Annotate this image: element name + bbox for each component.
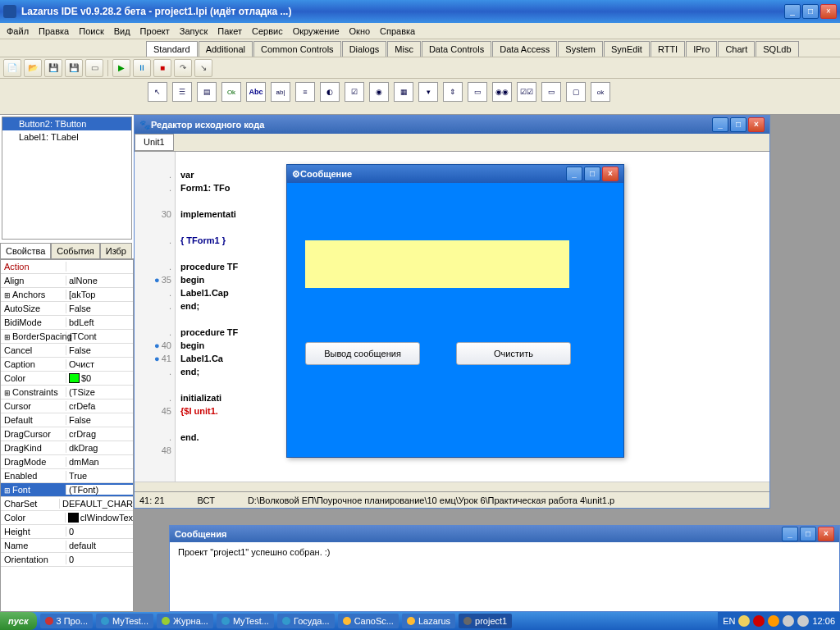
menu-service[interactable]: Сервис <box>247 25 288 38</box>
run-button[interactable]: ▶ <box>112 59 130 77</box>
tab-favorites[interactable]: Избр <box>100 243 132 258</box>
lang-indicator[interactable]: EN <box>723 616 735 626</box>
tray-icon[interactable] <box>797 615 809 627</box>
property-row[interactable]: AutoSizeFalse <box>1 302 133 316</box>
property-row[interactable]: Orientation0 <box>1 553 133 567</box>
tab-system[interactable]: System <box>558 41 603 57</box>
tab-misc[interactable]: Misc <box>387 41 421 57</box>
task-4[interactable]: MyTest... <box>217 614 274 628</box>
menu-view[interactable]: Вид <box>109 25 135 38</box>
property-row[interactable]: BidiModebdLeft <box>1 316 133 330</box>
property-row[interactable]: Anchors[akTop <box>1 288 133 302</box>
property-row[interactable]: CancelFalse <box>1 344 133 358</box>
code-gutter[interactable]: ..30..35...4041..45.48 <box>135 152 176 482</box>
menu-project[interactable]: Проект <box>135 25 175 38</box>
property-row[interactable]: DragCursorcrDrag <box>1 427 133 441</box>
code-tab-unit1[interactable]: Unit1 <box>135 134 174 151</box>
actionlist-icon[interactable]: ok <box>591 82 610 102</box>
task-1[interactable]: 3 Про... <box>40 614 93 628</box>
task-2[interactable]: MyTest... <box>96 614 153 628</box>
panel-icon[interactable]: ▭ <box>541 82 561 102</box>
tab-datacontrols[interactable]: Data Controls <box>422 41 491 57</box>
button-icon[interactable]: Ok <box>221 82 241 102</box>
menu-env[interactable]: Окружение <box>288 25 345 38</box>
saveall-button[interactable]: 💾 <box>65 59 83 77</box>
frame-icon[interactable]: ▢ <box>566 82 586 102</box>
checkgroup-icon[interactable]: ☑☑ <box>517 82 536 102</box>
messages-body[interactable]: Проект "project1" успешно собран. :) <box>170 542 839 611</box>
scrollbar-icon[interactable]: ⇕ <box>443 82 463 102</box>
property-row[interactable]: EnabledTrue <box>1 469 133 483</box>
menu-window[interactable]: Окно <box>345 25 376 38</box>
task-7[interactable]: Lazarus <box>402 614 455 628</box>
stop-button[interactable]: ■ <box>153 59 171 77</box>
start-button[interactable]: пуск <box>0 612 37 630</box>
property-row[interactable]: DefaultFalse <box>1 413 133 427</box>
new-button[interactable]: 📄 <box>3 59 21 77</box>
code-close-button[interactable]: × <box>748 117 765 132</box>
pointer-icon[interactable]: ↖ <box>148 82 167 102</box>
checkbox-icon[interactable]: ☑ <box>345 82 364 102</box>
tree-item[interactable]: Button2: TButton <box>2 117 131 130</box>
tab-sqldb[interactable]: SQLdb <box>756 41 798 57</box>
tray-icon[interactable] <box>768 615 779 627</box>
msg-min-button[interactable]: _ <box>782 527 798 541</box>
form-close-button[interactable]: × <box>602 167 619 181</box>
task-6[interactable]: CanoSc... <box>338 614 399 628</box>
menu-edit[interactable]: Правка <box>34 25 74 38</box>
form-min-button[interactable]: _ <box>566 167 582 181</box>
menu-help[interactable]: Справка <box>375 25 420 38</box>
maximize-button[interactable]: □ <box>802 4 819 19</box>
hscrollbar[interactable] <box>135 482 769 491</box>
listbox-icon[interactable]: ▦ <box>394 82 413 102</box>
property-row[interactable]: DragKinddkDrag <box>1 441 133 455</box>
tab-properties[interactable]: Свойства <box>0 243 51 258</box>
property-row[interactable]: Action <box>1 260 133 274</box>
tab-chart[interactable]: Chart <box>718 41 755 57</box>
newform-button[interactable]: ▭ <box>85 59 103 77</box>
menu-file[interactable]: Файл <box>2 25 34 38</box>
radiogroup-icon[interactable]: ◉◉ <box>492 82 512 102</box>
property-row[interactable]: Font(TFont) <box>1 483 133 497</box>
radio-icon[interactable]: ◉ <box>369 82 389 102</box>
label-icon[interactable]: Abc <box>246 82 266 102</box>
tray-icon[interactable] <box>783 615 794 627</box>
tab-events[interactable]: События <box>51 243 99 258</box>
close-button[interactable]: × <box>820 4 837 19</box>
msg-close-button[interactable]: × <box>818 527 834 541</box>
tab-dialogs[interactable]: Dialogs <box>342 41 387 57</box>
popupmenu-icon[interactable]: ▤ <box>197 82 217 102</box>
code-max-button[interactable]: □ <box>730 117 746 132</box>
tab-rtti[interactable]: RTTI <box>651 41 685 57</box>
property-row[interactable]: ColorclWindowTex <box>1 511 133 525</box>
combobox-icon[interactable]: ▾ <box>418 82 438 102</box>
property-row[interactable]: Color$0 <box>1 372 133 386</box>
property-row[interactable]: CaptionОчист <box>1 358 133 372</box>
groupbox-icon[interactable]: ▭ <box>468 82 487 102</box>
tree-item[interactable]: Label1: TLabel <box>2 130 131 144</box>
tab-additional[interactable]: Additional <box>199 41 253 57</box>
clear-button[interactable]: Очистить <box>456 342 571 365</box>
output-message-button[interactable]: Вывод сообщения <box>305 342 420 365</box>
property-row[interactable]: Namedefault <box>1 539 133 553</box>
mainmenu-icon[interactable]: ☰ <box>172 82 192 102</box>
menu-package[interactable]: Пакет <box>212 25 247 38</box>
property-row[interactable]: DragModedmMan <box>1 455 133 469</box>
tab-common[interactable]: Common Controls <box>253 41 341 57</box>
minimize-button[interactable]: _ <box>784 4 801 19</box>
tray-icon[interactable] <box>738 615 750 627</box>
property-row[interactable]: BorderSpacing(TCont <box>1 330 133 344</box>
property-row[interactable]: CharSetDEFAULT_CHAR <box>1 497 133 511</box>
pause-button[interactable]: ⏸ <box>133 59 151 77</box>
tab-ipro[interactable]: IPro <box>686 41 717 57</box>
msg-max-button[interactable]: □ <box>800 527 816 541</box>
stepover-button[interactable]: ↷ <box>174 59 192 77</box>
form-max-button[interactable]: □ <box>584 167 600 181</box>
property-row[interactable]: CursorcrDefa <box>1 399 133 413</box>
property-row[interactable]: Constraints(TSize <box>1 386 133 399</box>
tab-synedit[interactable]: SynEdit <box>604 41 650 57</box>
edit-icon[interactable]: ab| <box>271 82 290 102</box>
tray-icon[interactable] <box>753 615 765 627</box>
memo-icon[interactable]: ≡ <box>295 82 315 102</box>
task-5[interactable]: Госуда... <box>277 614 335 628</box>
